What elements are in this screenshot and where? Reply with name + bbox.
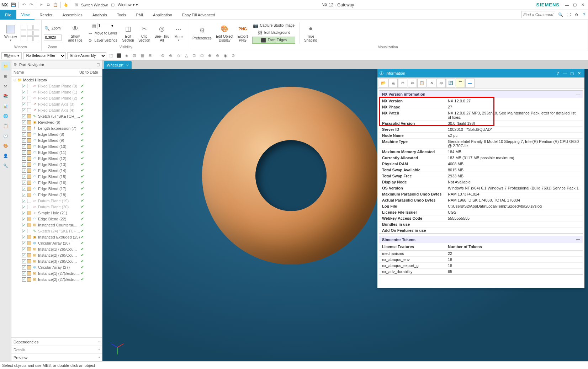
constraint-navigator-icon[interactable]: ⋈	[1, 82, 10, 90]
edit-section-button[interactable]: ◫Edit Section	[120, 23, 136, 43]
tab-assemblies[interactable]: Assemblies	[57, 10, 87, 20]
visibility-checkbox[interactable]	[27, 102, 31, 106]
checkbox[interactable]: ✓	[22, 205, 26, 209]
history-icon[interactable]: 📋	[1, 122, 10, 130]
checkbox[interactable]: ✓	[22, 247, 26, 251]
gear-icon[interactable]: ⚙	[14, 62, 17, 67]
more-visibility-button[interactable]: ⋯More▼	[171, 23, 186, 43]
checkbox[interactable]: ✓	[22, 181, 26, 185]
tree-row[interactable]: ✓ ◠ Edge Blend (14) ✔	[11, 167, 102, 173]
fullscreen-icon[interactable]: ⛶	[565, 11, 572, 18]
tree-row[interactable]: ✓ ⊚ Circular Array (27) ✔	[11, 264, 102, 270]
checkbox[interactable]: ✓	[22, 120, 26, 124]
tree-row[interactable]: ✓ ◠ Edge Blend (12) ✔	[11, 155, 102, 161]
system-scenes-icon[interactable]: 🔧	[1, 161, 10, 170]
maximize-icon[interactable]: ▢	[569, 70, 575, 76]
visibility-checkbox[interactable]	[27, 84, 31, 88]
checkbox[interactable]: ✓	[22, 150, 26, 155]
open-icon[interactable]: 📂	[379, 79, 388, 88]
show-hide-button[interactable]: 👁 Show and Hide	[66, 23, 85, 43]
save-icon[interactable]: 💾	[10, 2, 17, 8]
cut-icon[interactable]: ✂	[398, 79, 407, 88]
visibility-checkbox[interactable]	[27, 120, 31, 124]
visibility-checkbox[interactable]	[27, 193, 31, 197]
snap-icon[interactable]: ⊡	[191, 53, 197, 59]
search-icon[interactable]: 🔍	[557, 11, 564, 18]
hd3d-tools-icon[interactable]: 📊	[1, 102, 10, 110]
checkbox[interactable]: ✓	[22, 277, 26, 282]
wheel-model[interactable]	[202, 87, 380, 264]
cut-icon[interactable]: ✂	[38, 2, 44, 8]
snap-icon[interactable]: △	[183, 53, 190, 59]
clip-section-button[interactable]: ✂Clip Section	[136, 23, 152, 43]
checkbox[interactable]: ✓	[22, 90, 26, 94]
dependencies-section[interactable]: Dependencies›	[11, 338, 102, 346]
tree-row[interactable]: ✓ ◠ Edge Blend (8) ✔	[11, 131, 102, 137]
help-icon[interactable]: ?	[555, 70, 561, 76]
tree-row[interactable]: ✓ ○ Simple Hole (21) ✔	[11, 210, 102, 216]
info-body[interactable]: NX Version information — NX VersionNX 12…	[377, 89, 584, 288]
process-studio-icon[interactable]: 🎨	[1, 141, 10, 150]
roles-icon[interactable]: 👤	[1, 151, 10, 160]
restore-icon[interactable]: ⟰	[573, 11, 580, 18]
snap-icon[interactable]: ⊘	[214, 53, 221, 59]
details-section[interactable]: Details›	[11, 346, 102, 353]
part-navigator-icon[interactable]: 📁	[1, 62, 10, 70]
refresh-icon[interactable]: 🔄	[446, 79, 455, 88]
checkbox[interactable]: ✓	[22, 114, 26, 118]
visibility-checkbox[interactable]	[27, 217, 31, 221]
visibility-checkbox[interactable]	[27, 247, 31, 251]
assembly-filter-dropdown[interactable]: Entire Assembly	[67, 52, 106, 59]
target-icon[interactable]: ⊕	[436, 79, 446, 88]
checkbox[interactable]: ✓	[22, 108, 26, 112]
tree-row[interactable]: ✓ ▣ Instanced Extruded (25) ✔	[11, 234, 102, 240]
checkbox[interactable]: ✓	[22, 126, 26, 130]
tree-row[interactable]: ✓ ⊞ Instance[3] (26)/Cou... ✔	[11, 258, 102, 264]
visibility-checkbox[interactable]	[27, 156, 31, 161]
window-button[interactable]: Window ▼	[2, 23, 19, 43]
preferences-button[interactable]: ⚙Preferences	[190, 25, 214, 41]
checkbox[interactable]: ✓	[22, 156, 26, 161]
command-search-input[interactable]	[521, 11, 555, 18]
section-header[interactable]: NX Version information —	[379, 91, 583, 98]
checkbox[interactable]: ✓	[22, 132, 26, 137]
switch-window-icon[interactable]: ⊞	[73, 2, 79, 8]
info-titlebar[interactable]: ⓘ Information ? — ▢ ✕	[377, 69, 584, 77]
visibility-checkbox[interactable]	[27, 169, 31, 173]
snap-icon[interactable]: ⊕	[207, 53, 213, 59]
checkbox[interactable]: ✓	[22, 193, 26, 197]
paste-icon[interactable]: 📋	[417, 79, 427, 88]
tree-row[interactable]: ✓ ⊞ Instance[2] (27)/Extru... ✔	[11, 276, 102, 282]
copy-icon[interactable]: ⧉	[45, 2, 52, 8]
tree-row[interactable]: ✓ ↗ Fixed Datum Axis (4) ✔	[11, 107, 102, 113]
switch-window-button[interactable]: Switch Window	[81, 3, 108, 7]
tree-row[interactable]: ✓ ◠ Edge Blend (22) ✔	[11, 216, 102, 222]
visibility-checkbox[interactable]	[27, 144, 31, 149]
window-dropdown[interactable]: Window ▾ ▾	[118, 2, 138, 7]
capture-studio-button[interactable]: 📷Capture Studio Image	[252, 22, 295, 29]
true-shading-button[interactable]: ●True Shading	[302, 23, 319, 43]
visibility-checkbox[interactable]	[27, 265, 31, 269]
snap-icon[interactable]: ⬡	[199, 53, 205, 59]
tree-row[interactable]: ✓ ▱ Datum Plane (19) ✔	[11, 198, 102, 204]
tree-row[interactable]: ✓ ◠ Edge Blend (16) ✔	[11, 180, 102, 186]
reuse-library-icon[interactable]: 📚	[1, 92, 10, 100]
visibility-checkbox[interactable]	[27, 132, 31, 137]
tree-row[interactable]: ✓ ◠ Edge Blend (13) ✔	[11, 161, 102, 167]
move-to-layer-button[interactable]: ➙Move to Layer	[87, 30, 118, 37]
checkbox[interactable]: ✓	[22, 162, 26, 167]
checkbox[interactable]: ✓	[22, 138, 26, 143]
delete-icon[interactable]: ✕	[427, 79, 436, 88]
checkbox[interactable]: ✓	[22, 96, 26, 100]
checkbox[interactable]: ✓	[22, 265, 26, 269]
checkbox[interactable]: ✓	[22, 235, 26, 239]
minimize-icon[interactable]: —	[562, 70, 568, 76]
filter-icon[interactable]: ⊞	[147, 53, 153, 59]
window-layout-grid[interactable]	[21, 25, 39, 41]
visibility-checkbox[interactable]	[27, 126, 31, 130]
tab-tools[interactable]: Tools	[112, 10, 131, 20]
visibility-checkbox[interactable]	[27, 253, 31, 257]
preview-section[interactable]: Preview›	[11, 353, 102, 361]
visibility-checkbox[interactable]	[27, 90, 31, 94]
checkbox[interactable]: ✓	[22, 84, 26, 88]
